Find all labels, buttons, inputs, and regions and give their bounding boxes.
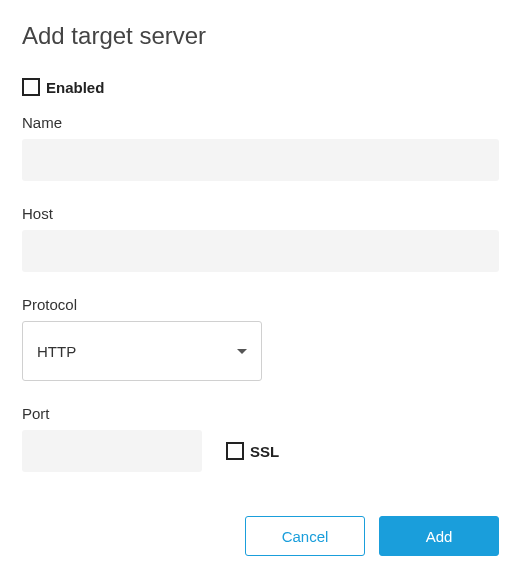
host-label: Host <box>22 205 499 222</box>
name-field: Name <box>22 114 499 181</box>
host-field: Host <box>22 205 499 272</box>
chevron-down-icon <box>237 349 247 354</box>
port-input[interactable] <box>22 430 202 472</box>
host-input[interactable] <box>22 230 499 272</box>
port-label: Port <box>22 405 202 422</box>
name-input[interactable] <box>22 139 499 181</box>
enabled-label: Enabled <box>46 79 104 96</box>
protocol-value: HTTP <box>37 343 76 360</box>
name-label: Name <box>22 114 499 131</box>
protocol-select[interactable]: HTTP <box>22 321 262 381</box>
button-row: Cancel Add <box>22 516 499 556</box>
ssl-checkbox[interactable] <box>226 442 244 460</box>
ssl-label: SSL <box>250 443 279 460</box>
enabled-row: Enabled <box>22 78 499 96</box>
protocol-field: Protocol HTTP <box>22 296 499 381</box>
port-row: Port SSL <box>22 405 499 472</box>
protocol-label: Protocol <box>22 296 499 313</box>
dialog-title: Add target server <box>22 22 499 50</box>
enabled-checkbox[interactable] <box>22 78 40 96</box>
ssl-row: SSL <box>226 430 279 472</box>
add-button[interactable]: Add <box>379 516 499 556</box>
cancel-button[interactable]: Cancel <box>245 516 365 556</box>
port-field: Port <box>22 405 202 472</box>
